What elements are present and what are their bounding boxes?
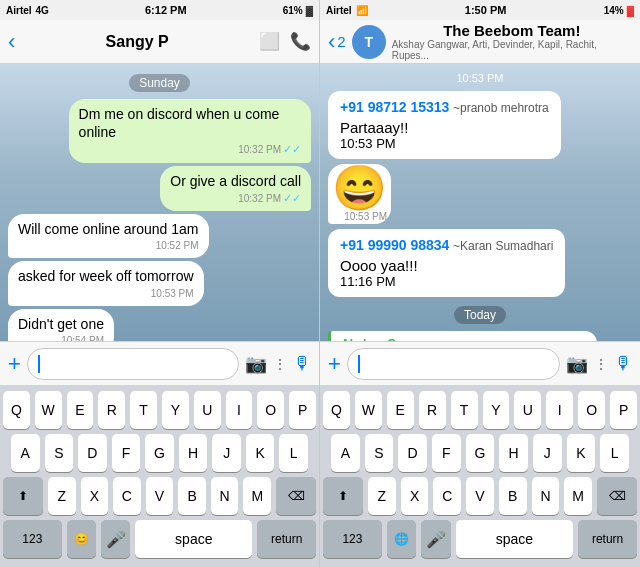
key-c-2[interactable]: C [433, 477, 461, 515]
day-label-today: Today [454, 306, 506, 324]
key-g-1[interactable]: G [145, 434, 174, 472]
key-r-2[interactable]: R [419, 391, 446, 429]
key-k-2[interactable]: K [567, 434, 596, 472]
key-w-1[interactable]: W [35, 391, 62, 429]
key-e-1[interactable]: E [67, 391, 94, 429]
chat-title-1: Sangy P [106, 33, 169, 51]
key-v-1[interactable]: V [146, 477, 174, 515]
key-123-2[interactable]: 123 [323, 520, 382, 558]
key-u-1[interactable]: U [194, 391, 221, 429]
bubble-time-3: 10:52 PM [18, 239, 199, 252]
key-shift-1[interactable]: ⬆ [3, 477, 43, 515]
back-button-1[interactable]: ‹ [8, 29, 15, 55]
panel-2: Airtel 📶 1:50 PM 14% ▓ ‹ 2 T The Beebom … [320, 0, 640, 567]
dots-icon-2: ⋮ [594, 356, 608, 372]
key-return-2[interactable]: return [578, 520, 637, 558]
key-mic-kb-1[interactable]: 🎤 [101, 520, 130, 558]
key-b-1[interactable]: B [178, 477, 206, 515]
message-row-p2: +91 99990 98834 ~Karan Sumadhari Oooo ya… [328, 227, 632, 299]
camera-icon-1[interactable]: 📷 [245, 353, 267, 375]
call-icon-1[interactable]: 📞 [290, 31, 311, 52]
key-123-1[interactable]: 123 [3, 520, 62, 558]
plus-icon-2[interactable]: + [328, 351, 341, 377]
video-icon-1[interactable]: ⬜ [259, 31, 280, 52]
back-button-2[interactable]: ‹ 2 [328, 29, 346, 55]
key-i-2[interactable]: I [546, 391, 573, 429]
key-space-1[interactable]: space [135, 520, 252, 558]
key-s-1[interactable]: S [45, 434, 74, 472]
key-x-1[interactable]: X [81, 477, 109, 515]
key-shift-2[interactable]: ⬆ [323, 477, 363, 515]
key-z-2[interactable]: Z [368, 477, 396, 515]
read-receipt-1: ✓✓ [283, 142, 301, 156]
key-h-1[interactable]: H [179, 434, 208, 472]
key-l-2[interactable]: L [600, 434, 629, 472]
header-title-block-1: Sangy P [21, 33, 253, 51]
plus-icon-1[interactable]: + [8, 351, 21, 377]
key-m-2[interactable]: M [564, 477, 592, 515]
key-m-1[interactable]: M [243, 477, 271, 515]
key-y-1[interactable]: Y [162, 391, 189, 429]
key-j-2[interactable]: J [533, 434, 562, 472]
kb-row-4-1: 123 😊 🎤 space return [3, 520, 316, 558]
key-w-2[interactable]: W [355, 391, 382, 429]
text-input-1[interactable] [27, 348, 239, 380]
camera-icon-2[interactable]: 📷 [566, 353, 588, 375]
key-backspace-1[interactable]: ⌫ [276, 477, 316, 515]
key-o-1[interactable]: O [257, 391, 284, 429]
key-k-1[interactable]: K [246, 434, 275, 472]
header-title-block-2: The Beebom Team! Akshay Gangwar, Arti, D… [392, 22, 632, 61]
chevron-left-icon-1: ‹ [8, 29, 15, 55]
key-p-2[interactable]: P [610, 391, 637, 429]
key-o-2[interactable]: O [578, 391, 605, 429]
bubble-time-5: 10:54 PM [18, 334, 104, 341]
status-left-1: Airtel 4G [6, 5, 49, 16]
key-n-1[interactable]: N [211, 477, 239, 515]
key-u-2[interactable]: U [514, 391, 541, 429]
key-v-2[interactable]: V [466, 477, 494, 515]
key-s-2[interactable]: S [365, 434, 394, 472]
key-t-1[interactable]: T [130, 391, 157, 429]
bubble-time-1: 10:32 PM✓✓ [79, 142, 301, 156]
key-q-2[interactable]: Q [323, 391, 350, 429]
key-f-2[interactable]: F [432, 434, 461, 472]
key-mic-kb-2[interactable]: 🎤 [421, 520, 450, 558]
key-return-1[interactable]: return [257, 520, 316, 558]
key-e-2[interactable]: E [387, 391, 414, 429]
key-g-2[interactable]: G [466, 434, 495, 472]
key-h-2[interactable]: H [499, 434, 528, 472]
key-t-2[interactable]: T [451, 391, 478, 429]
key-l-1[interactable]: L [279, 434, 308, 472]
keyboard-2: Q W E R T Y U I O P A S D F G H J K L ⬆ … [320, 385, 640, 567]
text-input-2[interactable] [347, 348, 560, 380]
key-a-1[interactable]: A [11, 434, 40, 472]
key-d-2[interactable]: D [398, 434, 427, 472]
battery-level-2: 14% [604, 5, 624, 16]
key-j-1[interactable]: J [212, 434, 241, 472]
bubble-time-4: 10:53 PM [18, 287, 194, 300]
key-d-1[interactable]: D [78, 434, 107, 472]
key-c-1[interactable]: C [113, 477, 141, 515]
phone-bubble-1: +91 98712 15313 ~pranob mehrotra Partaaa… [328, 91, 561, 159]
key-globe-2[interactable]: 🌐 [387, 520, 416, 558]
key-x-2[interactable]: X [401, 477, 429, 515]
message-row-4: asked for week off tomorrow 10:53 PM [8, 261, 311, 305]
key-q-1[interactable]: Q [3, 391, 30, 429]
key-backspace-2[interactable]: ⌫ [597, 477, 637, 515]
mic-icon-1[interactable]: 🎙 [293, 353, 311, 374]
kb-row-1-2: Q W E R T Y U I O P [323, 391, 637, 429]
phone-number-1: +91 98712 15313 [340, 99, 449, 115]
status-right-2: 14% ▓ [604, 5, 634, 16]
key-i-1[interactable]: I [226, 391, 253, 429]
key-a-2[interactable]: A [331, 434, 360, 472]
key-z-1[interactable]: Z [48, 477, 76, 515]
key-p-1[interactable]: P [289, 391, 316, 429]
key-y-2[interactable]: Y [483, 391, 510, 429]
key-space-2[interactable]: space [456, 520, 574, 558]
key-b-2[interactable]: B [499, 477, 527, 515]
key-r-1[interactable]: R [98, 391, 125, 429]
mic-icon-2[interactable]: 🎙 [614, 353, 632, 374]
key-emoji-1[interactable]: 😊 [67, 520, 96, 558]
key-n-2[interactable]: N [532, 477, 560, 515]
key-f-1[interactable]: F [112, 434, 141, 472]
